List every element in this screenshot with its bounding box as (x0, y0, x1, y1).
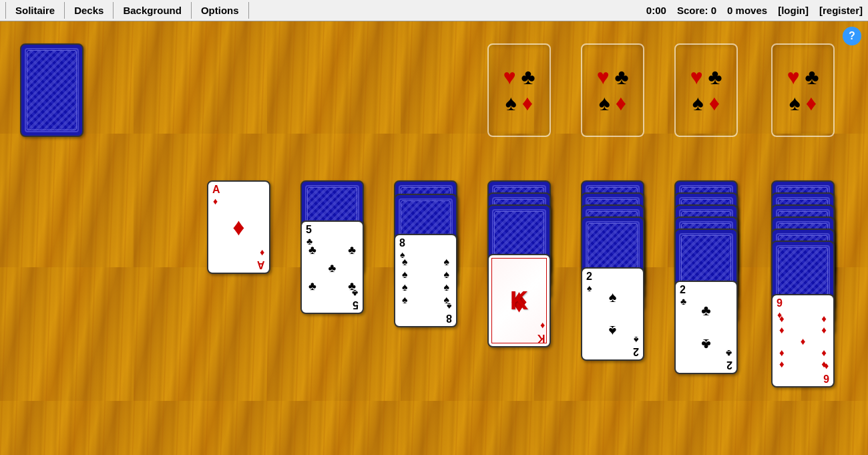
help-button[interactable]: ? (843, 27, 861, 45)
tableau-col2-card-face[interactable]: 5 ♣ ♣ ♣ ♣ ♣ ♣ 5 ♣ (300, 220, 364, 314)
timer: 0:00 (646, 5, 666, 16)
menu-bar: Solitaire Decks Background Options 0:00 … (0, 0, 868, 21)
menu-right: 0:00 Score: 0 0 moves [login] [register] (646, 5, 863, 16)
stock-pile[interactable] (20, 43, 83, 137)
menu-decks[interactable]: Decks (65, 2, 114, 19)
tableau-col5-card-face[interactable]: 2 ♠ ♠ ♠ 2 ♠ (581, 267, 644, 361)
tableau-col3-card-face[interactable]: 8 ♠ ♠♠ ♠♠ ♠♠ ♠♠ 8 ♠ (394, 234, 457, 327)
tableau-col7-card-face[interactable]: 9 ♦ ♦♦ ♦♦ ♦ ♦♦ ♦♦ 6 ♦ (771, 294, 835, 388)
moves: 0 moves (727, 5, 767, 16)
menu-solitaire[interactable]: Solitaire (5, 2, 65, 19)
register-link[interactable]: [register] (819, 5, 863, 16)
menu-background[interactable]: Background (114, 2, 192, 19)
score: Score: 0 (677, 5, 716, 16)
tableau-col1-card1[interactable]: A ♦ ♦ A ♦ (207, 180, 270, 274)
menu-options[interactable]: Options (192, 2, 249, 19)
tableau-col4-king-diamonds[interactable]: K ♦ ♦ K K ♦ (487, 254, 551, 347)
login-link[interactable]: [login] (778, 5, 809, 16)
tableau-col6-card-face[interactable]: 2 ♣ ♣ ♣ 2 ♣ (674, 281, 738, 374)
game-area: Solitaire Decks Background Options 0:00 … (0, 0, 868, 455)
